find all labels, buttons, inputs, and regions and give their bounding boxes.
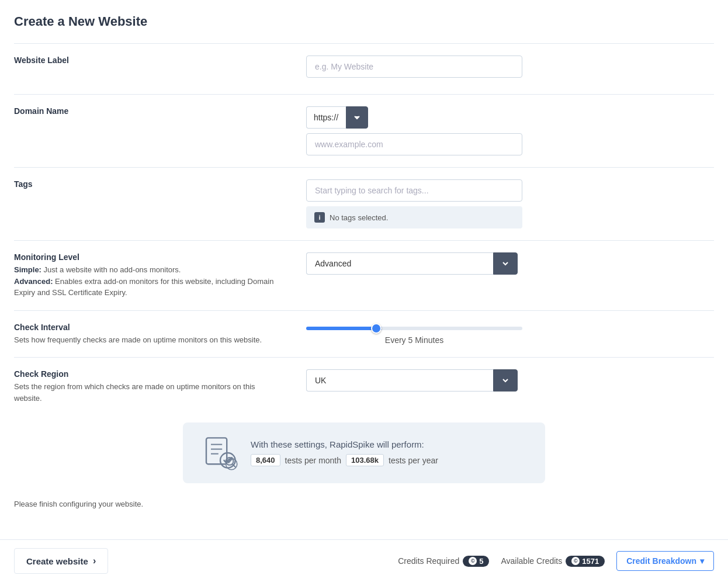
credits-required-value: 5: [479, 557, 483, 566]
no-tags-message: No tags selected.: [330, 213, 388, 222]
monitoring-description: Simple: Just a website with no add-ons m…: [14, 264, 283, 299]
available-credits-badge: © 1571: [566, 556, 605, 567]
check-region-label: Check Region: [14, 369, 283, 379]
credit-icon: ©: [469, 557, 477, 565]
simple-bold: Simple:: [14, 265, 41, 274]
credit-breakdown-button[interactable]: Credit Breakdown ▾: [616, 551, 714, 571]
no-tags-box: i No tags selected.: [306, 206, 522, 228]
domain-name-label: Domain Name: [14, 106, 283, 116]
monitoring-level-section: Monitoring Level Simple: Just a website …: [14, 240, 714, 310]
website-label-col: Website Label: [14, 56, 306, 67]
credits-required-info: Credits Required © 5: [398, 556, 489, 567]
check-interval-description: Sets how frequently checks are made on u…: [14, 334, 283, 346]
credit-icon-2: ©: [571, 557, 580, 565]
check-interval-slider-container: Every 5 Minutes: [306, 323, 522, 345]
tags-field-col: i No tags selected.: [306, 179, 714, 228]
domain-name-field-col: https:// http://: [306, 106, 714, 155]
tests-per-month-label: tests per month: [285, 456, 342, 465]
chevron-down-icon: [502, 377, 509, 384]
monitoring-level-label: Monitoring Level: [14, 252, 283, 262]
tags-label: Tags: [14, 179, 283, 189]
chevron-down-icon: [502, 260, 509, 267]
chevron-down-icon: [353, 114, 360, 121]
domain-prefix-dropdown-btn[interactable]: [346, 106, 368, 129]
check-region-description: Sets the region from which checks are ma…: [14, 381, 283, 404]
summary-text-content: With these settings, RapidSpike will per…: [251, 439, 438, 466]
advanced-text: Enables extra add-on monitors for this w…: [14, 277, 273, 297]
tests-per-month-badge: 8,640: [251, 454, 280, 466]
credits-required-label: Credits Required: [398, 556, 459, 566]
bottom-right-section: Credits Required © 5 Available Credits ©…: [398, 551, 714, 571]
check-interval-section: Check Interval Sets how frequently check…: [14, 310, 714, 358]
summary-box: With these settings, RapidSpike will per…: [183, 422, 545, 483]
check-region-select-group: UK US EU Asia: [306, 369, 522, 392]
warning-text: Please finish configuring your website.: [14, 500, 714, 508]
summary-box-wrapper: With these settings, RapidSpike will per…: [14, 422, 714, 483]
domain-prefix-group: https:// http://: [306, 106, 522, 129]
check-interval-value-label: Every 5 Minutes: [306, 335, 522, 345]
summary-stats: 8,640 tests per month 103.68k tests per …: [251, 454, 438, 466]
check-region-label-col: Check Region Sets the region from which …: [14, 369, 306, 404]
check-region-section: Check Region Sets the region from which …: [14, 357, 714, 415]
bottom-bar: Create website › Credits Required © 5 Av…: [0, 539, 728, 582]
website-label-input[interactable]: [306, 56, 522, 78]
available-credits-info: Available Credits © 1571: [501, 556, 605, 567]
website-label-field-col: [306, 56, 714, 82]
website-label-label: Website Label: [14, 56, 283, 65]
simple-text: Just a website with no add-ons monitors.: [41, 265, 181, 274]
monitoring-level-select[interactable]: Simple Advanced: [306, 252, 493, 275]
check-interval-field-col: Every 5 Minutes: [306, 323, 714, 345]
domain-prefix-select[interactable]: https:// http://: [306, 106, 346, 129]
summary-intro-text: With these settings, RapidSpike will per…: [251, 439, 438, 449]
tests-per-year-badge: 103.68k: [346, 454, 384, 466]
website-label-section: Website Label: [14, 43, 714, 94]
page-title: Create a New Website: [14, 14, 714, 29]
check-interval-label-col: Check Interval Sets how frequently check…: [14, 323, 306, 346]
available-credits-label: Available Credits: [501, 556, 562, 566]
info-badge-icon: i: [314, 212, 325, 223]
credit-breakdown-label: Credit Breakdown: [626, 556, 696, 566]
tags-input[interactable]: [306, 179, 522, 202]
tags-section: Tags i No tags selected.: [14, 167, 714, 240]
check-interval-slider[interactable]: [306, 327, 522, 330]
available-credits-value: 1571: [582, 557, 599, 566]
create-website-label: Create website: [26, 556, 88, 566]
credits-required-badge: © 5: [463, 556, 489, 567]
monitoring-select-group: Simple Advanced: [306, 252, 522, 275]
domain-url-input[interactable]: [306, 133, 522, 155]
arrow-right-icon: ›: [93, 556, 96, 566]
check-interval-label: Check Interval: [14, 323, 283, 332]
check-region-select[interactable]: UK US EU Asia: [306, 369, 493, 392]
create-website-button[interactable]: Create website ›: [14, 548, 108, 574]
document-check-icon: [202, 434, 239, 472]
domain-name-col: Domain Name: [14, 106, 306, 118]
tests-per-year-label: tests per year: [389, 456, 438, 465]
monitoring-field-col: Simple Advanced: [306, 252, 714, 275]
monitoring-label-col: Monitoring Level Simple: Just a website …: [14, 252, 306, 299]
check-region-dropdown-btn[interactable]: [493, 369, 518, 392]
check-region-field-col: UK US EU Asia: [306, 369, 714, 392]
chevron-down-icon: ▾: [700, 556, 704, 566]
domain-name-section: Domain Name https:// http://: [14, 94, 714, 167]
advanced-bold: Advanced:: [14, 277, 53, 286]
monitoring-dropdown-btn[interactable]: [493, 252, 518, 275]
domain-prefix-select-wrapper: https:// http://: [306, 106, 346, 129]
tags-label-col: Tags: [14, 179, 306, 191]
